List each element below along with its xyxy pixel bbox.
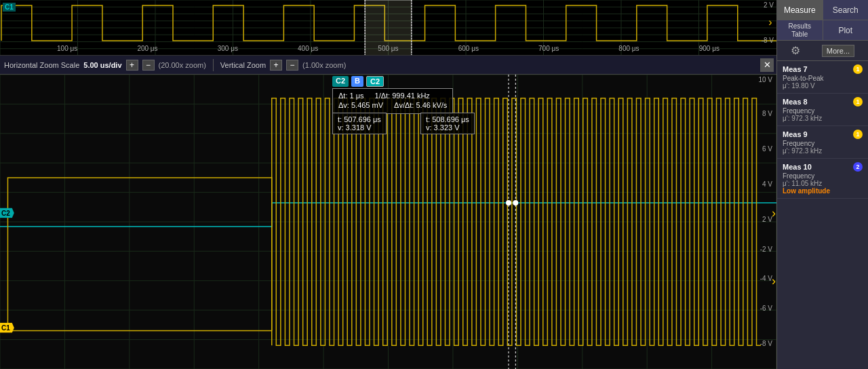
results-table-button[interactable]: Results Table — [777, 20, 823, 40]
meas8-type: Frequency — [783, 107, 863, 115]
meas9-item: Meas 9 1 Frequency μ': 972.3 kHz — [777, 126, 868, 159]
y-label-neg4v: -4 V — [760, 275, 772, 282]
meas8-val: μ': 972.3 kHz — [783, 115, 863, 122]
meas10-badge: 2 — [853, 162, 863, 172]
y-label-6v: 6 V — [762, 145, 772, 153]
overview-right-arrow[interactable]: › — [764, 16, 776, 28]
time-label-500: 500 μs — [378, 45, 398, 52]
time-label-300: 300 μs — [218, 45, 238, 52]
meas7-type: Peak-to-Peak — [783, 75, 863, 82]
cursor-badge-c2b: C2 — [366, 76, 384, 87]
meas8-badge: 1 — [853, 97, 863, 106]
cursor-badge-c2a: C2 — [332, 76, 349, 87]
y-label-neg8v: -8 V — [760, 340, 772, 347]
v-zoom-label: Vertical Zoom — [220, 61, 266, 69]
v-zoom-plus[interactable]: + — [270, 60, 282, 71]
cursor-dt: Δt: 1 μs — [338, 92, 364, 100]
time-label-800: 800 μs — [618, 45, 639, 52]
y-label-2v: 2 V — [762, 216, 772, 223]
meas9-badge: 1 — [853, 130, 863, 139]
h-zoom-value: 5.00 us/div — [83, 61, 121, 69]
meas10-val: μ': 11.05 kHz — [783, 180, 863, 187]
meas8-item: Meas 8 1 Frequency μ': 972.3 kHz — [777, 94, 868, 126]
v-zoom-minus[interactable]: − — [286, 60, 298, 71]
cursor-dvdt: Δv/Δt: 5.46 kV/s — [394, 101, 447, 109]
meas9-type: Frequency — [783, 140, 863, 147]
measure-button[interactable]: Measure — [777, 0, 823, 20]
v-zoom-factor: (1.00x zoom) — [302, 61, 346, 69]
meas9-val: μ': 972.3 kHz — [783, 147, 863, 155]
overview-ch1-badge: C1 — [3, 3, 16, 12]
h-zoom-minus[interactable]: − — [142, 60, 155, 71]
cursor1-time: t: 507.696 μs — [338, 115, 381, 123]
meas7-val: μ': 19.80 V — [783, 82, 863, 90]
y-label-neg6v: -6 V — [760, 305, 772, 312]
cursor-readout-box: Δt: 1 μs 1/Δt: 999.41 kHz Δv: 5.465 mV Δ… — [332, 88, 453, 114]
settings-icon-button[interactable]: ⚙ — [791, 44, 800, 57]
cursor2-time: t: 508.696 μs — [426, 115, 469, 123]
meas10-item: Meas 10 2 Frequency μ': 11.05 kHz Low am… — [777, 159, 868, 199]
y-label-10v: 10 V — [758, 76, 772, 83]
cursor-badge-b: B — [351, 76, 363, 87]
y-label-8v: 8 V — [762, 110, 772, 117]
y-label-neg2v: -2 V — [760, 246, 772, 253]
meas10-type: Frequency — [783, 172, 863, 180]
divider — [213, 59, 214, 71]
time-label-600: 600 μs — [458, 45, 479, 52]
meas9-title: Meas 9 — [783, 130, 808, 138]
plot-button[interactable]: Plot — [823, 20, 869, 40]
time-label-700: 700 μs — [538, 45, 559, 52]
c2-channel-indicator: C2 — [0, 208, 14, 218]
meas8-title: Meas 8 — [783, 98, 808, 106]
cursor2-voltage: v: 3.323 V — [426, 123, 469, 132]
meas7-badge: 1 — [853, 64, 863, 74]
overview-bottom-voltage: -8 V — [762, 37, 774, 44]
meas10-title: Meas 10 — [783, 163, 812, 171]
overview-top-voltage: 2 V — [764, 1, 774, 9]
h-zoom-plus[interactable]: + — [126, 60, 138, 71]
close-button[interactable]: ✕ — [760, 58, 774, 72]
y-label-4v: 4 V — [762, 180, 772, 188]
c1-channel-indicator: C1 — [0, 323, 14, 333]
right-arrow-lower[interactable]: › — [772, 273, 776, 288]
time-label-100: 100 μs — [57, 45, 77, 52]
meas7-item: Meas 7 1 Peak-to-Peak μ': 19.80 V — [777, 61, 868, 94]
time-label-900: 900 μs — [699, 45, 719, 52]
cursor1-readout: t: 507.696 μs v: 3.318 V — [332, 113, 387, 134]
more-button[interactable]: More... — [822, 45, 854, 57]
time-label-400: 400 μs — [298, 45, 318, 52]
cursor-dv: Δv: 5.465 mV — [338, 101, 383, 109]
search-button[interactable]: Search — [823, 0, 869, 20]
cursor2-readout: t: 508.696 μs v: 3.323 V — [420, 113, 475, 134]
meas10-warning: Low amplitude — [783, 187, 863, 195]
h-zoom-label: Horizontal Zoom Scale — [4, 61, 79, 69]
h-zoom-factor: (20.00x zoom) — [159, 61, 206, 69]
meas7-title: Meas 7 — [783, 65, 808, 73]
cursor1-voltage: v: 3.318 V — [338, 123, 381, 132]
cursor-inv-dt: 1/Δt: 999.41 kHz — [375, 92, 430, 100]
right-arrow-mid[interactable]: › — [772, 206, 776, 220]
time-label-200: 200 μs — [137, 45, 157, 52]
cursor-badge-group: C2 B C2 — [332, 76, 384, 87]
